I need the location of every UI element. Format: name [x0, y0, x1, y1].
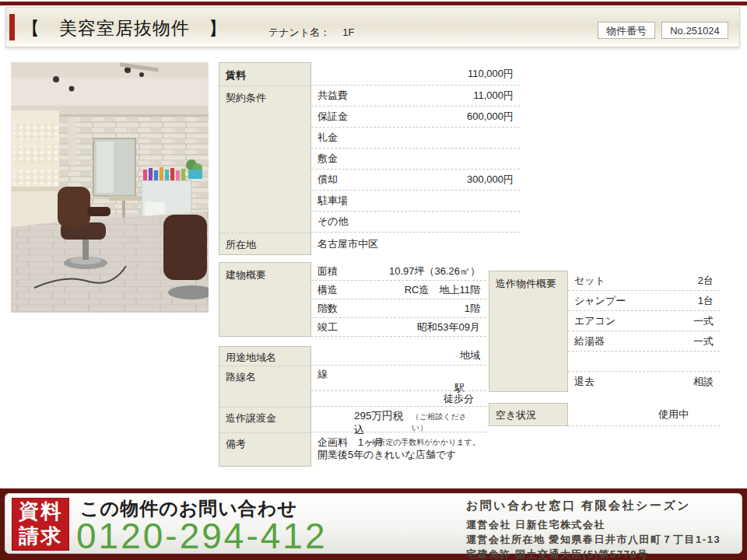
- availability-label-column: 空き状況: [489, 403, 568, 426]
- zone-row: 地域: [311, 346, 486, 366]
- phone-number: 0120-294-412: [76, 515, 327, 557]
- table-row: 退去相談: [568, 372, 720, 392]
- fixtures-table-label-column: 造作物件概要: [489, 271, 568, 392]
- contract-label: 契約条件: [226, 91, 266, 105]
- rent-value: 110,000円: [468, 67, 520, 81]
- row-value: 1階: [465, 302, 486, 316]
- row-label: 保証金: [311, 110, 348, 124]
- property-number-label: 物件番号: [598, 22, 655, 39]
- table-row: 構造RC造 地上11階: [311, 281, 486, 299]
- availability-values: 使用中: [568, 403, 720, 426]
- building-table-label-column: 建物概要: [219, 262, 311, 337]
- route-label: 路線名: [226, 370, 256, 384]
- zoning-table: 用途地域名 路線名 造作譲渡金 備考 地域 線 駅 徒歩分 295万円税込 （ご…: [219, 346, 486, 467]
- building-table: 建物概要 面積10.97坪（36.26㎡） 構造RC造 地上11階 階数1階 竣…: [219, 262, 486, 337]
- row-label: 駐車場: [311, 194, 348, 208]
- row-label: 敷金: [311, 152, 338, 166]
- table-row: 竣工昭和53年09月: [311, 318, 486, 337]
- route-walk-row: 徒歩分: [311, 391, 486, 407]
- row-value: 相談: [693, 375, 720, 389]
- availability-row: 使用中: [568, 403, 720, 426]
- rent-table: 賃料 契約条件 所在地 110,000円 共益費11,000円 保証金600,0…: [219, 62, 520, 255]
- row-label: 面積: [311, 264, 338, 278]
- rent-label: 賃料: [226, 68, 246, 82]
- row-value: 300,000円: [467, 173, 520, 187]
- footer-company-info: お問い合わせ窓口 有限会社シーズン 運営会社 日新住宅株式会社 運営会社所在地 …: [466, 499, 721, 560]
- row-label: その他: [311, 215, 349, 229]
- availability-table: 空き状況 使用中: [489, 403, 720, 426]
- header: 【 美容室居抜物件 】 テナント名：1F 物件番号 No.251024: [5, 7, 740, 47]
- title-accent-bar: [9, 14, 15, 40]
- rent-table-label-column: 賃料 契約条件 所在地: [219, 62, 311, 255]
- license-number: 宅建免許 国土交通大臣(5)第5778号: [466, 547, 721, 560]
- row-label: 竣工: [311, 320, 338, 334]
- remarks-line-2: 開業後5年のきれいな店舗です: [317, 449, 456, 460]
- transfer-note-1: （ご相談ください）: [412, 411, 480, 433]
- footer-panel: 資料請求 この物件のお問い合わせ 0120-294-412 お問い合わせ窓口 有…: [5, 493, 742, 554]
- transfer-label: 造作譲渡金: [226, 411, 276, 425]
- zoning-table-label-column: 用途地域名 路線名 造作譲渡金 備考: [219, 346, 311, 467]
- row-value: 一式: [693, 334, 720, 348]
- fixtures-table: 造作物件概要 セット2台 シャンプー1台 エアコン一式 給湯器一式 退去相談: [489, 271, 720, 392]
- table-row: エアコン一式: [568, 311, 720, 331]
- row-label: 給湯器: [568, 334, 605, 348]
- rent-value-row: 110,000円: [311, 62, 520, 86]
- route-row: 線 駅: [311, 366, 486, 391]
- row-value: 11,000円: [473, 89, 520, 103]
- operating-company: 運営会社 日新住宅株式会社: [466, 517, 721, 532]
- location-label: 所在地: [226, 238, 256, 252]
- location-value: 名古屋市中区: [311, 237, 378, 251]
- route-walk-value: 徒歩分: [444, 392, 486, 406]
- rent-table-values: 110,000円 共益費11,000円 保証金600,000円 礼金 敷金 償却…: [311, 62, 520, 255]
- table-row: 面積10.97坪（36.26㎡）: [311, 262, 486, 281]
- location-row: 名古屋市中区: [311, 233, 520, 255]
- table-row: 駐車場: [311, 191, 520, 212]
- page-title: 【 美容室居抜物件 】: [22, 16, 227, 40]
- row-value: 1台: [698, 294, 720, 308]
- remarks-row: 企画料 1ヶ月 開業後5年のきれいな店舗です: [311, 432, 486, 467]
- row-value: 600,000円: [467, 110, 520, 124]
- row-label: シャンプー: [568, 294, 626, 308]
- zone-value: 地域: [460, 348, 486, 362]
- route-line-value: 線: [311, 367, 486, 381]
- fixtures-table-values: セット2台 シャンプー1台 エアコン一式 給湯器一式 退去相談: [568, 271, 720, 392]
- row-value: 昭和53年09月: [417, 320, 486, 334]
- footer: 資料請求 この物件のお問い合わせ 0120-294-412 お問い合わせ窓口 有…: [0, 488, 747, 560]
- table-row: 敷金: [311, 149, 520, 170]
- request-materials-button[interactable]: 資料請求: [12, 498, 69, 551]
- row-label: エアコン: [568, 314, 615, 328]
- salon-interior-illustration: [11, 62, 209, 313]
- availability-label: 空き状況: [496, 408, 536, 422]
- property-number-value: No.251024: [661, 22, 728, 39]
- property-sheet-page: 【 美容室居抜物件 】 テナント名：1F 物件番号 No.251024: [0, 0, 747, 560]
- remarks-line-1: 企画料 1ヶ月: [317, 436, 384, 448]
- tenant-label: テナント名：: [268, 26, 330, 38]
- remarks-label: 備考: [226, 437, 246, 451]
- row-label: 礼金: [311, 131, 338, 145]
- table-row: 給湯器一式: [568, 331, 720, 352]
- table-row: その他: [311, 212, 520, 233]
- tenant-name: テナント名：1F: [268, 26, 354, 40]
- row-value: 一式: [693, 314, 720, 328]
- table-row-empty: [568, 352, 720, 372]
- table-row: 階数1階: [311, 299, 486, 318]
- row-label: 償却: [311, 173, 338, 187]
- zone-label: 用途地域名: [226, 351, 276, 365]
- availability-value: 使用中: [658, 408, 720, 422]
- table-row: 礼金: [311, 128, 520, 149]
- row-label: 共益費: [311, 89, 348, 103]
- table-row: 償却300,000円: [311, 170, 520, 191]
- zoning-table-values: 地域 線 駅 徒歩分 295万円税込 （ご相談ください） ※所定の手数料がかかり…: [311, 346, 486, 467]
- row-value: 10.97坪（36.26㎡）: [389, 264, 486, 278]
- top-accent-line: [0, 2, 747, 5]
- table-row: 保証金600,000円: [311, 107, 520, 128]
- row-value: RC造 地上11階: [405, 283, 486, 297]
- row-value: 2台: [698, 274, 720, 288]
- fixtures-title: 造作物件概要: [496, 277, 556, 291]
- transfer-row: 295万円税込 （ご相談ください） ※所定の手数料がかかります。: [311, 407, 486, 432]
- row-label: セット: [568, 274, 605, 288]
- building-title: 建物概要: [226, 268, 266, 282]
- table-row: セット2台: [568, 271, 720, 291]
- row-label: 退去: [568, 375, 594, 389]
- table-row: 共益費11,000円: [311, 86, 520, 107]
